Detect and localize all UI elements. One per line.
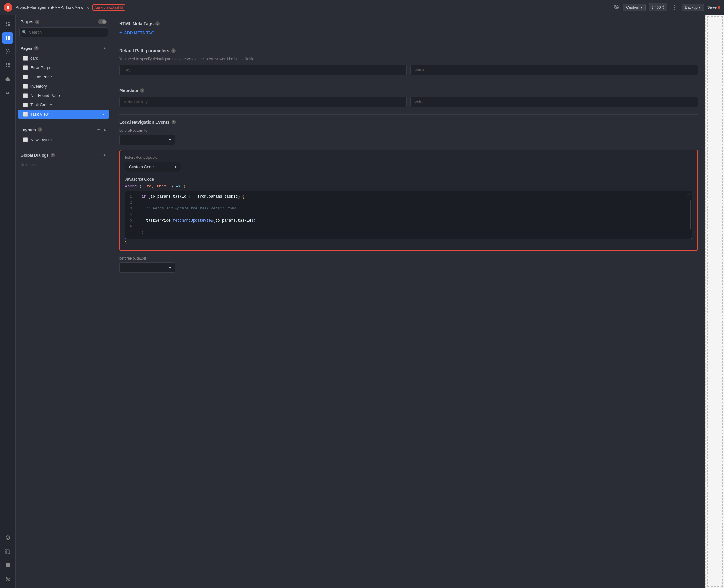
chevron-down-icon: ▾ xyxy=(699,5,701,9)
add-page-button[interactable]: + xyxy=(97,45,101,51)
global-dialogs-header: Global Dialogs ? + ▲ xyxy=(16,151,111,160)
icon-bar: {·} fx xyxy=(0,15,16,588)
more-options-icon[interactable]: ⋮ xyxy=(670,4,679,11)
svg-rect-2 xyxy=(8,22,9,23)
expand-icon[interactable]: ⤢ xyxy=(687,193,690,197)
metadata-form-row xyxy=(119,97,698,107)
collapse-dialogs-button[interactable]: ▲ xyxy=(103,153,107,157)
pages-section-help-icon[interactable]: ? xyxy=(34,46,39,50)
global-dialogs-help-icon[interactable]: ? xyxy=(51,153,55,157)
layout-icon-new: ⬜ xyxy=(23,138,28,142)
path-value-input[interactable] xyxy=(410,65,698,75)
code-line-4: 4 xyxy=(128,212,689,218)
page-icon-home: ⬜ xyxy=(23,75,28,79)
page-item-card[interactable]: ⬜ card ⚙ xyxy=(18,54,109,63)
code-line-1: 1 if (to.params.taskId !== from.params.t… xyxy=(128,194,689,200)
layouts-section-actions: + ▲ xyxy=(97,127,107,132)
metadata-title: Metadata ? xyxy=(119,88,698,93)
page-icon-task-create: ⬜ xyxy=(23,103,28,107)
svg-point-15 xyxy=(8,537,9,538)
local-nav-help-icon[interactable]: ? xyxy=(172,120,176,124)
page-item-not-found[interactable]: ⬜ Not Found Page ⚙ xyxy=(18,91,109,100)
icon-bar-fx[interactable]: fx xyxy=(2,87,13,98)
closing-brace: } xyxy=(125,241,692,246)
search-input[interactable] xyxy=(19,27,108,37)
resolution-control[interactable]: 1,400 ▲ ▼ xyxy=(649,3,667,12)
default-path-form-row xyxy=(119,65,698,75)
icon-bar-cloud[interactable] xyxy=(2,74,13,85)
svg-rect-12 xyxy=(8,66,10,67)
svg-point-25 xyxy=(7,580,8,581)
sidebar: Pages ? 🔍 Pages ? + ▲ xyxy=(16,15,112,588)
icon-bar-database[interactable] xyxy=(2,560,13,571)
pages-help-icon[interactable]: ? xyxy=(35,20,40,24)
svg-point-23 xyxy=(6,576,7,578)
global-dialogs-section: Global Dialogs ? + ▲ No options xyxy=(16,148,111,173)
sidebar-pages-header: Pages ? xyxy=(16,15,111,27)
save-button[interactable]: Save xyxy=(707,5,720,9)
icon-bar-sliders[interactable] xyxy=(2,573,13,584)
before-route-enter-dropdown[interactable]: ▾ xyxy=(119,134,175,145)
path-indicator[interactable]: /task-view/:taskId xyxy=(92,4,125,10)
add-layout-button[interactable]: + xyxy=(97,127,101,132)
custom-dropdown-button[interactable]: Custom ▾ xyxy=(623,4,645,11)
page-item-home[interactable]: ⬜ Home Page ⚙ xyxy=(18,72,109,81)
preview-panel xyxy=(705,15,724,588)
custom-code-dropdown-row: Custom Code ▾ xyxy=(125,162,692,172)
default-path-title: Default Path parameters ? xyxy=(119,48,698,53)
divider-2 xyxy=(119,83,698,83)
code-line-7: 7 } xyxy=(128,230,689,236)
add-meta-tag-button[interactable]: + ADD META TAG xyxy=(119,30,698,36)
svg-rect-7 xyxy=(6,38,7,40)
scrollbar[interactable] xyxy=(690,201,691,229)
main-content: HTML Meta Tags ? + ADD META TAG Default … xyxy=(112,15,705,588)
default-path-help-icon[interactable]: ? xyxy=(171,48,175,53)
icon-bar-components[interactable] xyxy=(2,32,13,43)
project-title: Project-Management-MVP: Task View xyxy=(16,5,83,9)
js-code-label: Javascript Code xyxy=(125,177,692,182)
svg-point-24 xyxy=(8,578,9,579)
page-icon-task-view: ⬜ xyxy=(23,112,28,117)
meta-tags-help-icon[interactable]: ? xyxy=(155,21,160,26)
icon-bar-crop[interactable] xyxy=(2,546,13,557)
code-line-6: 6 xyxy=(128,224,689,230)
chevron-down-icon: ▾ xyxy=(169,265,171,270)
page-item-error[interactable]: ⬜ Error Page ⚙ xyxy=(18,63,109,72)
divider-3 xyxy=(119,114,698,115)
svg-rect-11 xyxy=(6,66,7,67)
metadata-key-input[interactable] xyxy=(119,97,407,107)
page-item-task-view[interactable]: ⬜ Task View › xyxy=(18,110,109,119)
icon-bar-grid[interactable] xyxy=(2,60,13,71)
add-dialog-button[interactable]: + xyxy=(97,152,101,158)
metadata-value-input[interactable] xyxy=(410,97,698,107)
icon-bar-curly[interactable]: {·} xyxy=(2,46,13,57)
collapse-layouts-button[interactable]: ▲ xyxy=(103,127,107,132)
svg-rect-4 xyxy=(8,24,9,26)
collapse-pages-button[interactable]: ▲ xyxy=(103,46,107,50)
custom-code-dropdown[interactable]: Custom Code ▾ xyxy=(125,162,181,172)
backup-button[interactable]: Backup ▾ xyxy=(682,4,704,11)
toggle-button[interactable] xyxy=(98,19,107,24)
svg-rect-5 xyxy=(6,36,7,38)
layouts-section: Layouts ? + ▲ ⬜ New Layout ⚙ xyxy=(16,122,111,148)
eye-icon[interactable] xyxy=(613,5,620,10)
svg-rect-8 xyxy=(8,38,10,40)
layouts-section-header: Layouts ? + ▲ xyxy=(16,126,111,135)
path-key-input[interactable] xyxy=(119,65,407,75)
code-editor[interactable]: ⤢ 1 if (to.params.taskId !== from.params… xyxy=(125,190,692,239)
local-nav-section: Local Navigation Events ? beforeRouteEnt… xyxy=(119,120,698,273)
page-item-inventory[interactable]: ⬜ inventory ⚙ xyxy=(18,82,109,91)
page-item-task-create[interactable]: ⬜ Task Create ⚙ xyxy=(18,100,109,109)
layout-item-new[interactable]: ⬜ New Layout ⚙ xyxy=(18,135,109,144)
before-route-update-section: beforeRouteUpdate Custom Code ▾ Javascri… xyxy=(119,150,698,251)
before-route-exit-dropdown[interactable]: ▾ xyxy=(119,262,175,273)
pages-section: Pages ? + ▲ ⬜ card ⚙ ⬜ Error Page ⚙ ⬜ xyxy=(16,41,111,122)
chevron-down-icon: ▾ xyxy=(169,138,171,142)
global-dialogs-title: Global Dialogs ? xyxy=(21,153,55,158)
metadata-help-icon[interactable]: ? xyxy=(140,88,145,92)
svg-rect-9 xyxy=(6,63,7,65)
icon-bar-pages[interactable] xyxy=(2,19,13,30)
icon-bar-palette[interactable] xyxy=(2,532,13,543)
code-line-3: 3 // Fetch and update the task detail vi… xyxy=(128,206,689,212)
layouts-help-icon[interactable]: ? xyxy=(38,127,42,132)
